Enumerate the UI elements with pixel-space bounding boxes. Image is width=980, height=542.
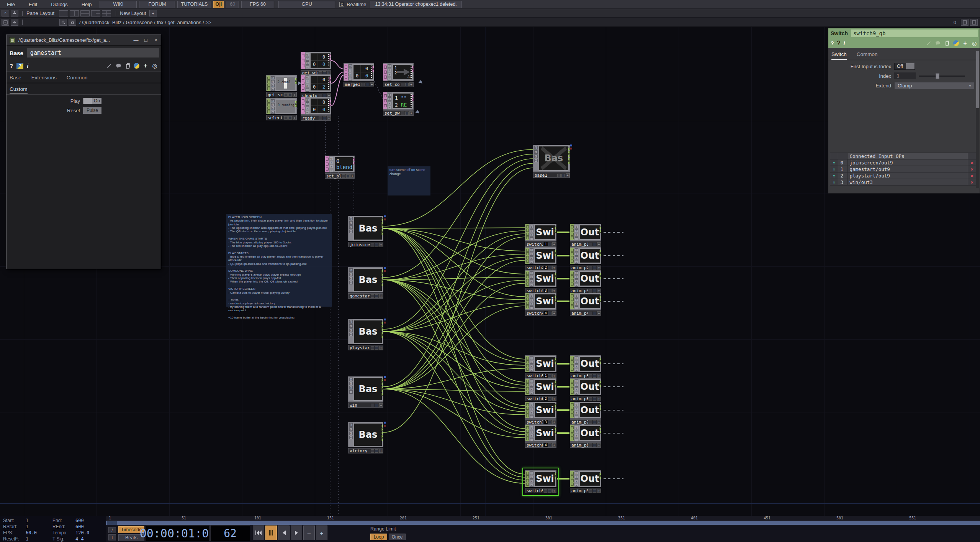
tab-base[interactable]: Base — [10, 75, 21, 83]
info-icon[interactable]: i — [27, 62, 28, 69]
split-pane-icon[interactable] — [961, 19, 969, 26]
node-switch6_qb[interactable]: o/x~Swi switch6_qb +2 — [525, 378, 556, 395]
new-layout-add-button[interactable]: + — [149, 10, 157, 16]
first-input-toggle[interactable]: Off — [894, 63, 915, 70]
minimize-icon[interactable]: — — [131, 37, 141, 43]
node-switch2_qb[interactable]: o/x~Swi switch2_qb +2 — [525, 247, 556, 264]
tab-custom[interactable]: Custom — [10, 86, 28, 94]
tab-common[interactable]: Common — [857, 51, 878, 60]
search-icon[interactable] — [59, 19, 67, 26]
oi-toggle[interactable]: O|I — [213, 1, 224, 8]
node-anim_p9_qb[interactable]: o/x~Out anim_p9_qb + — [570, 470, 601, 487]
timeline-field-value[interactable]: 60.0 — [26, 530, 37, 535]
remove-input-icon[interactable]: × — [968, 159, 976, 166]
node-playstart[interactable]: o/x~Bas playstart + — [348, 319, 383, 344]
split-pane2-icon[interactable] — [970, 19, 978, 26]
node-merge1[interactable]: o/x~ 0 00 merge1 + — [344, 63, 374, 81]
python-expressions-icon[interactable] — [134, 63, 139, 69]
python-expressions-icon[interactable] — [953, 40, 959, 46]
node-joinscreen[interactable]: o/x~Bas joinscreen + — [348, 216, 383, 241]
frame-slash-button[interactable]: / — [108, 527, 116, 533]
remove-input-icon[interactable]: × — [968, 166, 976, 172]
node-anim_p4[interactable]: o/x~Out anim_p4 + — [570, 293, 601, 310]
timeline-field-value[interactable]: 600 — [75, 524, 84, 529]
help-python-icon[interactable]: ? — [16, 63, 23, 69]
jump-to-start-button[interactable] — [253, 526, 264, 540]
node-anim_p6[interactable]: o/x~Out anim_p6 + — [570, 378, 601, 395]
node-anim_p5[interactable]: o/x~Out anim_p5 + — [570, 355, 601, 372]
move-up-icon[interactable]: ↑ — [830, 179, 838, 186]
tab-common[interactable]: Common — [67, 75, 88, 83]
move-up-icon[interactable]: ↑ — [830, 159, 838, 166]
node-ready[interactable]: o/x~ 0 00 ready + — [301, 97, 331, 115]
help-icon[interactable]: ? — [831, 40, 834, 46]
node-get_scene[interactable]: o/x~ 2 chan1 get_scene + — [266, 75, 297, 91]
tab-switch[interactable]: Switch — [831, 51, 847, 60]
step-forward-button[interactable] — [291, 526, 302, 540]
timeline-field-value[interactable]: 4 4 — [75, 536, 84, 542]
copy-parameters-icon[interactable] — [124, 63, 131, 69]
timeline-range-bar[interactable]: ... — [106, 521, 980, 525]
play-toggle[interactable]: On — [83, 98, 101, 104]
fps-indicator[interactable]: FPS 60 — [241, 1, 274, 8]
index-value-field[interactable]: 1 — [894, 72, 916, 79]
node-anim_p8[interactable]: o/x~Out anim_p8 + — [570, 425, 601, 442]
node-gamestart[interactable]: o/x~Bas gamestart + — [348, 267, 383, 292]
layout-preset-grid[interactable] — [102, 10, 111, 16]
add-parameter-icon[interactable]: + — [962, 40, 968, 46]
panel-scrollbar[interactable] — [976, 50, 979, 188]
comment-bubble-icon[interactable] — [935, 40, 941, 46]
tutorials-button[interactable]: TUTORIALS — [177, 1, 211, 8]
pane-anchor-icon[interactable] — [11, 10, 18, 16]
pane-type-icon[interactable] — [2, 19, 9, 26]
timeline-field-value[interactable]: 1 — [26, 518, 28, 523]
timeline-ruler[interactable]: 151101151201251301351401451501551 — [106, 516, 980, 521]
index-slider[interactable] — [919, 76, 965, 77]
timeline-field-value[interactable]: 1 — [26, 536, 28, 542]
remove-input-icon[interactable]: × — [968, 179, 976, 186]
network-comment[interactable]: PLAYER JOIN SCREEN - As people join, the… — [226, 214, 332, 307]
node-anim_p7[interactable]: o/x~Out anim_p7 + — [570, 402, 601, 419]
node-win[interactable]: o/x~Bas win + — [348, 376, 383, 402]
increment-button[interactable]: + — [316, 526, 327, 540]
window-titlebar[interactable]: ▦ /Quarterback_Blitz/Gamescene/fbx/get_a… — [7, 35, 161, 46]
range-grip[interactable]: ... — [107, 521, 117, 525]
home-icon[interactable] — [69, 19, 76, 26]
menu-file[interactable]: File — [0, 0, 22, 8]
frame-display[interactable]: 62 — [210, 525, 250, 541]
menu-edit[interactable]: Edit — [22, 0, 44, 8]
pane-maximize-icon[interactable]: ^ — [2, 10, 9, 16]
step-back-button[interactable] — [278, 526, 290, 540]
input-op-name[interactable]: joinscreen/out9 — [847, 159, 968, 166]
node-switch7_qb[interactable]: o/x~Swi switch7_qb +3 — [525, 402, 556, 419]
node-chopto_scene[interactable]: o/x~ 0 02 chopto_scene + — [301, 74, 331, 92]
node-select2[interactable]: o/x~ 0 running select2 + — [266, 98, 297, 114]
forum-button[interactable]: FORUM — [139, 1, 175, 8]
timeline-field-value[interactable]: 1 — [26, 524, 28, 529]
node-switch5_qb[interactable]: o/x~Swi switch5_qb +1 — [525, 355, 556, 372]
comment-bubble-icon[interactable] — [115, 63, 121, 69]
timeline-field-value[interactable]: 120.0 — [75, 530, 89, 535]
layout-preset-hsplit[interactable] — [80, 10, 90, 16]
node-switch1_qb[interactable]: o/x~Swi switch1_qb +1 — [525, 224, 556, 241]
node-anim_p1[interactable]: o/x~Out anim_p1 + — [570, 224, 601, 241]
close-icon[interactable]: × — [151, 37, 161, 43]
pin-icon[interactable] — [11, 19, 18, 26]
op-name-field[interactable]: gamestart — [27, 48, 159, 57]
node-base1[interactable]: o/x~ Bas base1 + — [533, 145, 570, 172]
bullseye-icon[interactable]: ◎ — [152, 63, 158, 69]
loop-button[interactable]: Loop — [370, 534, 387, 540]
node-anim_p2[interactable]: o/x~Out anim_p2 + — [570, 247, 601, 264]
input-op-name[interactable]: win/out3 — [847, 179, 968, 186]
node-get_winner[interactable]: o/x~ 0 00 get_winner + — [301, 52, 331, 69]
add-parameter-icon[interactable]: + — [142, 63, 149, 69]
layout-preset-vsplit[interactable] — [70, 10, 79, 16]
input-op-name[interactable]: playstart/out9 — [847, 172, 968, 179]
input-op-name[interactable]: gamestart/out9 — [847, 166, 968, 172]
menu-dialogs[interactable]: Dialogs — [44, 0, 74, 8]
node-switch8_qb[interactable]: o/x~Swi switch8_qb +4 — [525, 425, 556, 442]
frame-i-button[interactable]: I — [108, 534, 116, 540]
info-icon[interactable]: i — [843, 40, 845, 46]
tab-extensions[interactable]: Extensions — [31, 75, 57, 83]
network-comment[interactable]: turn scene off on scene change — [388, 166, 430, 195]
